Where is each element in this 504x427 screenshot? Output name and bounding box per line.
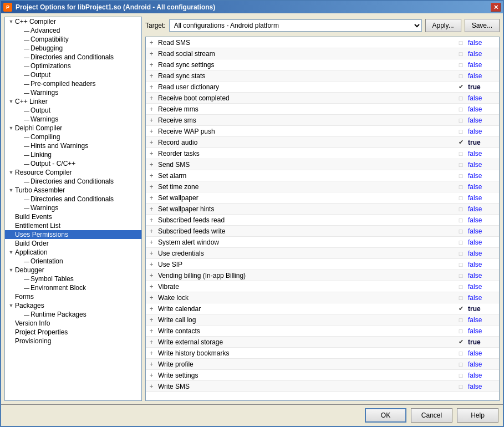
permission-checkbox[interactable]: □: [456, 182, 466, 192]
row-expand-button[interactable]: +: [146, 370, 157, 381]
row-expand-button[interactable]: +: [146, 181, 157, 192]
row-expand-button[interactable]: +: [146, 70, 157, 82]
tree-item-precompiled-headers[interactable]: —Pre-compiled headers: [5, 79, 141, 88]
row-expand-button[interactable]: +: [146, 259, 157, 270]
tree-item-linking[interactable]: —Linking: [5, 150, 141, 159]
row-expand-button[interactable]: +: [146, 248, 157, 259]
permission-checkbox[interactable]: □: [456, 226, 466, 236]
permission-checkbox[interactable]: □: [456, 370, 466, 380]
row-expand-button[interactable]: +: [146, 204, 157, 215]
row-expand-button[interactable]: +: [146, 82, 157, 93]
permission-checkbox[interactable]: □: [456, 215, 466, 225]
permission-checkbox[interactable]: ✔: [456, 337, 466, 347]
row-expand-button[interactable]: +: [146, 381, 157, 392]
tree-item-project-properties[interactable]: Project Properties: [5, 328, 141, 337]
tree-item-warnings-cpp[interactable]: —Warnings: [5, 88, 141, 97]
permission-checkbox[interactable]: □: [456, 38, 466, 48]
row-expand-button[interactable]: +: [146, 303, 157, 314]
tree-item-uses-permissions[interactable]: Uses Permissions: [5, 230, 141, 239]
tree-item-debugging[interactable]: —Debugging: [5, 44, 141, 53]
tree-item-turbo-assembler[interactable]: ▼Turbo Assembler: [5, 186, 141, 195]
row-expand-button[interactable]: +: [146, 215, 157, 226]
row-expand-button[interactable]: +: [146, 292, 157, 303]
tree-item-provisioning[interactable]: Provisioning: [5, 337, 141, 345]
tree-item-dirs-cond-res[interactable]: —Directories and Conditionals: [5, 177, 141, 186]
tree-item-directories-conditionals[interactable]: —Directories and Conditionals: [5, 53, 141, 62]
tree-item-resource-compiler[interactable]: ▼Resource Compiler: [5, 168, 141, 177]
permission-checkbox[interactable]: □: [456, 104, 466, 114]
apply-button[interactable]: Apply...: [425, 19, 461, 32]
permission-checkbox[interactable]: □: [456, 126, 466, 136]
tree-item-environment-block[interactable]: —Environment Block: [5, 283, 141, 292]
permission-checkbox[interactable]: □: [456, 160, 466, 170]
tree-item-build-order[interactable]: Build Order: [5, 239, 141, 248]
permission-checkbox[interactable]: □: [456, 193, 466, 203]
tree-panel[interactable]: ▼C++ Compiler —Advanced —Compatibility —…: [4, 17, 142, 401]
permission-checkbox[interactable]: □: [456, 359, 466, 369]
permission-checkbox[interactable]: □: [456, 382, 466, 392]
permission-checkbox[interactable]: □: [456, 260, 466, 270]
tree-item-cpp-compiler[interactable]: ▼C++ Compiler: [5, 17, 141, 26]
row-expand-button[interactable]: +: [146, 281, 157, 292]
permission-checkbox[interactable]: □: [456, 115, 466, 125]
tree-item-output[interactable]: —Output: [5, 70, 141, 79]
permission-checkbox[interactable]: □: [456, 348, 466, 358]
permission-checkbox[interactable]: ✔: [456, 304, 466, 314]
tree-item-warnings-linker[interactable]: —Warnings: [5, 115, 141, 124]
row-expand-button[interactable]: +: [146, 270, 157, 281]
row-expand-button[interactable]: +: [146, 148, 157, 159]
tree-item-advanced[interactable]: —Advanced: [5, 26, 141, 35]
tree-item-optimizations[interactable]: —Optimizations: [5, 62, 141, 70]
tree-item-delphi-compiler[interactable]: ▼Delphi Compiler: [5, 124, 141, 133]
tree-item-cpp-linker[interactable]: ▼C++ Linker: [5, 97, 141, 106]
row-expand-button[interactable]: +: [146, 170, 157, 181]
row-expand-button[interactable]: +: [146, 192, 157, 204]
tree-item-application[interactable]: ▼Application: [5, 248, 141, 257]
permission-checkbox[interactable]: □: [456, 71, 466, 81]
permission-checkbox[interactable]: □: [456, 171, 466, 181]
permission-checkbox[interactable]: ✔: [456, 138, 466, 148]
target-select[interactable]: All configurations - Android platform: [169, 19, 422, 32]
tree-item-compatibility[interactable]: —Compatibility: [5, 35, 141, 44]
tree-item-dirs-cond-turbo[interactable]: —Directories and Conditionals: [5, 195, 141, 204]
permission-checkbox[interactable]: □: [456, 248, 466, 258]
row-expand-button[interactable]: +: [146, 37, 157, 48]
help-button[interactable]: Help: [457, 408, 498, 423]
permission-checkbox[interactable]: □: [456, 93, 466, 103]
row-expand-button[interactable]: +: [146, 48, 157, 59]
save-button[interactable]: Save...: [465, 19, 500, 32]
row-expand-button[interactable]: +: [146, 226, 157, 237]
tree-item-runtime-packages[interactable]: —Runtime Packages: [5, 310, 141, 319]
row-expand-button[interactable]: +: [146, 314, 157, 326]
permission-checkbox[interactable]: □: [456, 293, 466, 303]
row-expand-button[interactable]: +: [146, 359, 157, 370]
row-expand-button[interactable]: +: [146, 93, 157, 104]
row-expand-button[interactable]: +: [146, 348, 157, 359]
tree-item-forms[interactable]: Forms: [5, 292, 141, 301]
tree-item-orientation[interactable]: —Orientation: [5, 257, 141, 266]
permission-checkbox[interactable]: □: [456, 49, 466, 59]
cancel-button[interactable]: Cancel: [411, 408, 452, 423]
tree-item-hints-warnings[interactable]: —Hints and Warnings: [5, 141, 141, 150]
tree-item-version-info[interactable]: Version Info: [5, 319, 141, 328]
row-expand-button[interactable]: +: [146, 115, 157, 126]
tree-item-debugger[interactable]: ▼Debugger: [5, 266, 141, 274]
permission-checkbox[interactable]: □: [456, 60, 466, 70]
permission-checkbox[interactable]: ✔: [456, 82, 466, 92]
row-expand-button[interactable]: +: [146, 59, 157, 70]
row-expand-button[interactable]: +: [146, 326, 157, 337]
permission-checkbox[interactable]: □: [456, 204, 466, 214]
row-expand-button[interactable]: +: [146, 104, 157, 115]
tree-item-symbol-tables[interactable]: —Symbol Tables: [5, 274, 141, 283]
tree-item-build-events[interactable]: Build Events: [5, 212, 141, 221]
permission-checkbox[interactable]: □: [456, 315, 466, 325]
permission-checkbox[interactable]: □: [456, 326, 466, 336]
row-expand-button[interactable]: +: [146, 237, 157, 248]
row-expand-button[interactable]: +: [146, 126, 157, 137]
permission-checkbox[interactable]: □: [456, 149, 466, 159]
permissions-scroll[interactable]: +Read SMS□false+Read social stream□false…: [146, 37, 499, 400]
permission-checkbox[interactable]: □: [456, 282, 466, 292]
tree-item-packages[interactable]: ▼Packages: [5, 301, 141, 310]
tree-item-compiling[interactable]: —Compiling: [5, 133, 141, 141]
tree-item-output-linker[interactable]: —Output: [5, 106, 141, 115]
